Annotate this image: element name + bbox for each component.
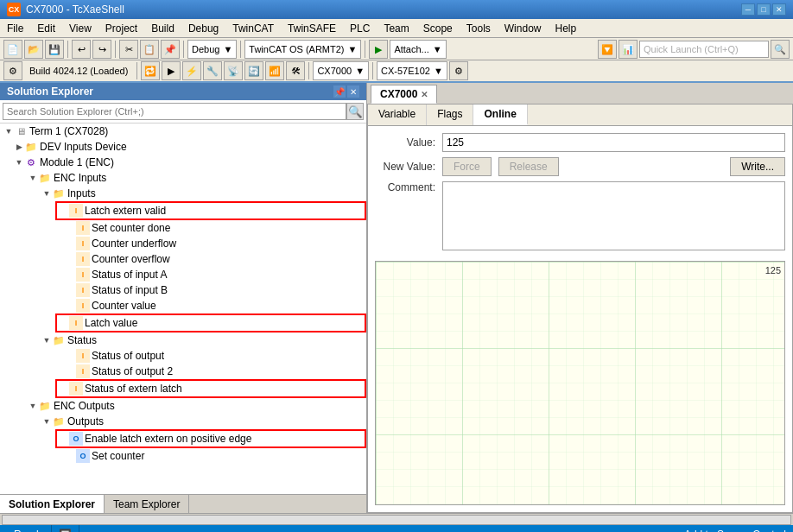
tree-item-latch-value[interactable]: ▶ I Latch value (57, 315, 365, 331)
expand-term1[interactable]: ▼ (3, 126, 14, 136)
tb-copy[interactable]: 📋 (140, 40, 159, 59)
tree-item-dev-inputs[interactable]: ▶ 📁 DEV Inputs Device (0, 139, 366, 155)
tab-online[interactable]: Online (473, 104, 527, 125)
tree-item-status-output2[interactable]: ▶ I Status of output 2 (0, 364, 366, 379)
tb-undo[interactable]: ↩ (72, 40, 91, 59)
tb-monitor[interactable]: 📊 (619, 40, 638, 59)
cx57e102-dropdown[interactable]: CX-57E102 ▼ (377, 61, 447, 80)
tb-r1[interactable]: 🔁 (141, 61, 160, 80)
twincat-dropdown-label: TwinCAT OS (ARMT2) (249, 44, 344, 54)
tab-variable[interactable]: Variable (368, 104, 427, 125)
counter-overflow-label: Counter overflow (92, 253, 170, 265)
minimize-btn[interactable]: ─ (741, 3, 755, 16)
cx7000-tab-close[interactable]: ✕ (421, 90, 428, 99)
bottom-tab-team[interactable]: Team Explorer (105, 495, 189, 513)
tree-item-set-counter-done[interactable]: ▶ I Set counter done (0, 220, 366, 236)
tree-item-status-extern[interactable]: ▶ I Status of extern latch (57, 381, 365, 396)
bottom-tab-solution[interactable]: Solution Explorer (0, 495, 105, 513)
tree-item-counter-value[interactable]: ▶ I Counter value (0, 298, 366, 314)
expand-inputs[interactable]: ▼ (41, 188, 52, 199)
tb-r3[interactable]: ⚡ (182, 61, 201, 80)
search-btn[interactable]: 🔍 (346, 103, 364, 120)
tree-item-enc-outputs[interactable]: ▼ 📁 ENC Outputs (0, 398, 366, 414)
expand-enc-inputs[interactable]: ▼ (28, 173, 38, 183)
menu-edit[interactable]: Edit (30, 21, 62, 36)
close-btn[interactable]: ✕ (772, 3, 786, 16)
menu-twinsafe[interactable]: TwinSAFE (281, 21, 343, 36)
tree-view[interactable]: ▼ 🖥 Term 1 (CX7028) ▶ 📁 DEV Inputs Devic… (0, 124, 366, 494)
expand-enc-outputs[interactable]: ▼ (28, 401, 38, 411)
tree-item-term1[interactable]: ▼ 🖥 Term 1 (CX7028) (0, 124, 366, 139)
tb-r8[interactable]: 🛠 (286, 61, 305, 80)
menu-scope[interactable]: Scope (416, 21, 460, 36)
menu-help[interactable]: Help (548, 21, 583, 36)
tree-item-set-counter[interactable]: ▶ O Set counter (0, 448, 366, 464)
debug-dropdown[interactable]: Debug ▼ (187, 40, 237, 59)
tb-paste[interactable]: 📌 (161, 40, 180, 59)
cx7000-tab[interactable]: CX7000 ✕ (371, 85, 437, 104)
tree-item-inputs[interactable]: ▼ 📁 Inputs (0, 186, 366, 201)
tb-play[interactable]: ▶ (369, 40, 388, 59)
tb-r4[interactable]: 🔧 (203, 61, 222, 80)
search-input[interactable] (3, 103, 346, 120)
maximize-btn[interactable]: □ (757, 3, 771, 16)
menu-window[interactable]: Window (498, 21, 549, 36)
tb-filter[interactable]: 🔽 (598, 40, 617, 59)
twincat-dropdown[interactable]: TwinCAT OS (ARMT2) ▼ (244, 40, 361, 59)
counter-underflow-label: Counter underflow (92, 238, 176, 250)
tb-redo[interactable]: ↪ (92, 40, 111, 59)
tree-item-counter-underflow[interactable]: ▶ I Counter underflow (0, 236, 366, 251)
write-button[interactable]: Write... (730, 157, 785, 176)
tree-item-outputs[interactable]: ▼ 📁 Outputs (0, 414, 366, 429)
tb-r5[interactable]: 📡 (224, 61, 243, 80)
tree-item-enable-latch[interactable]: ▶ O Enable latch extern on positive edge (57, 431, 365, 446)
expand-dev-inputs[interactable]: ▶ (14, 142, 24, 152)
tree-item-enc-inputs[interactable]: ▼ 📁 ENC Inputs (0, 170, 366, 186)
tb-settings[interactable]: ⚙ (449, 61, 468, 80)
tb-open[interactable]: 📂 (24, 40, 43, 59)
menu-file[interactable]: File (0, 21, 30, 36)
tree-item-module1[interactable]: ▼ ⚙ Module 1 (ENC) (0, 155, 366, 170)
counter-value-icon: I (76, 299, 90, 313)
expand-module1[interactable]: ▼ (14, 157, 24, 168)
attach-dropdown[interactable]: Attach... ▼ (390, 40, 446, 59)
tree-item-latch-extern[interactable]: ▶ I Latch extern valid (57, 203, 365, 218)
tb-r6[interactable]: 🔄 (244, 61, 263, 80)
menu-plc[interactable]: PLC (343, 21, 377, 36)
release-button[interactable]: Release (498, 157, 559, 176)
tree-item-status-output[interactable]: ▶ I Status of output (0, 348, 366, 364)
tb-r2[interactable]: ▶ (162, 61, 181, 80)
quick-launch-input[interactable]: Quick Launch (Ctrl+Q) (639, 41, 769, 58)
panel-pin-btn[interactable]: 📌 (333, 86, 346, 98)
tb-r7[interactable]: 📶 (265, 61, 284, 80)
tb-sep2 (115, 41, 116, 58)
tree-item-counter-overflow[interactable]: ▶ I Counter overflow (0, 251, 366, 267)
tb-cut[interactable]: ✂ (119, 40, 138, 59)
tree-item-status-input-a[interactable]: ▶ I Status of input A (0, 267, 366, 282)
menu-tools[interactable]: Tools (460, 21, 498, 36)
tb-save[interactable]: 💾 (45, 40, 64, 59)
value-input[interactable] (442, 133, 785, 152)
add-source-control[interactable]: Add to Source Control (684, 529, 786, 532)
comment-textarea[interactable] (442, 181, 785, 250)
panel-close-btn[interactable]: ✕ (347, 86, 359, 98)
tree-item-status-input-b[interactable]: ▶ I Status of input B (0, 282, 366, 298)
menu-project[interactable]: Project (98, 21, 144, 36)
tree-item-status[interactable]: ▼ 📁 Status (0, 332, 366, 348)
expand-outputs[interactable]: ▼ (41, 416, 52, 427)
force-button[interactable]: Force (442, 157, 492, 176)
menu-debug[interactable]: Debug (181, 21, 225, 36)
outputs-icon: 📁 (52, 415, 66, 428)
tb-build-config[interactable]: ⚙ (3, 61, 22, 80)
tab-flags[interactable]: Flags (427, 104, 473, 125)
tb-search-icon[interactable]: 🔍 (771, 40, 790, 59)
menu-view[interactable]: View (62, 21, 98, 36)
cx7000-dropdown[interactable]: CX7000 ▼ (313, 61, 369, 80)
h-scrollbar[interactable] (2, 515, 791, 525)
expand-status[interactable]: ▼ (41, 335, 52, 345)
menu-twincat[interactable]: TwinCAT (225, 21, 281, 36)
attach-dropdown-arrow: ▼ (433, 44, 442, 54)
menu-team[interactable]: Team (377, 21, 416, 36)
menu-build[interactable]: Build (144, 21, 181, 36)
tb-new[interactable]: 📄 (3, 40, 22, 59)
